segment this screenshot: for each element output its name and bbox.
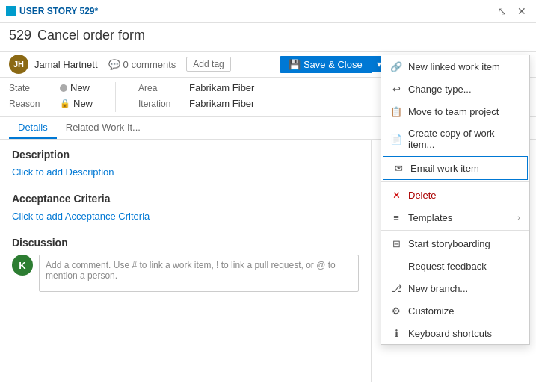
work-item-number: 529 [9, 28, 31, 43]
close-button[interactable]: ✕ [514, 3, 530, 19]
menu-item-change-type[interactable]: ↩Change type... [381, 78, 529, 100]
menu-item-copy[interactable]: 📄Create copy of work item... [381, 122, 529, 155]
description-placeholder[interactable]: Click to add Description [12, 167, 359, 178]
menu-arrow-templates: › [517, 213, 520, 222]
menu-item-templates[interactable]: ≡Templates› [381, 206, 529, 228]
menu-label-storyboard: Start storyboarding [408, 238, 520, 249]
tab-related-label: Related Work It... [66, 122, 141, 133]
menu-item-new-branch[interactable]: ⎇New branch... [381, 277, 529, 299]
area-label: Area [138, 83, 183, 93]
menu-icon-storyboard: ⊟ [390, 237, 402, 249]
left-panel: Description Click to add Description Acc… [0, 140, 372, 382]
comment-input[interactable]: Add a comment. Use # to link a work item… [39, 255, 359, 292]
reason-field-row: Reason 🔒 New [9, 98, 93, 109]
menu-icon-copy: 📄 [390, 133, 402, 145]
menu-icon-change-type: ↩ [390, 83, 402, 95]
comment-icon: 💬 [108, 59, 120, 70]
state-value-container[interactable]: New [60, 82, 90, 93]
menu-icon-delete: ✕ [390, 189, 402, 201]
menu-item-storyboard[interactable]: ⊟Start storyboarding [381, 232, 529, 255]
save-close-button[interactable]: 💾 Save & Close [280, 56, 372, 73]
work-item-title-row: 529 Cancel order form [9, 28, 527, 43]
state-value: New [70, 82, 90, 93]
collapse-button[interactable]: ⤡ [494, 3, 511, 19]
reason-value-container[interactable]: 🔒 New [60, 98, 93, 109]
state-field-row: State New [9, 82, 93, 93]
area-value[interactable]: Fabrikam Fiber [189, 82, 254, 93]
work-item-header: 529 Cancel order form [0, 23, 536, 52]
menu-label-new-branch: New branch... [408, 283, 520, 294]
tab-details[interactable]: Details [9, 117, 57, 139]
menu-label-keyboard-shortcuts: Keyboard shortcuts [408, 328, 520, 339]
menu-label-move-team: Move to team project [408, 106, 520, 117]
state-label: State [9, 83, 54, 93]
menu-label-request-feedback: Request feedback [408, 261, 520, 272]
save-icon: 💾 [289, 59, 301, 70]
menu-icon-move-team: 📋 [390, 105, 402, 117]
iteration-label: Iteration [138, 99, 183, 109]
user-name[interactable]: Jamal Hartnett [34, 59, 98, 70]
work-item-title[interactable]: Cancel order form [37, 28, 145, 43]
description-title: Description [12, 149, 359, 161]
save-close-label: Save & Close [304, 59, 363, 70]
comment-avatar: K [12, 255, 33, 276]
menu-icon-templates: ≡ [390, 211, 402, 223]
tab-related-work-items[interactable]: Related Work It... [57, 117, 150, 139]
menu-icon-request-feedback [390, 260, 402, 272]
field-divider [115, 82, 116, 112]
menu-icon-new-linked: 🔗 [390, 60, 402, 72]
iteration-value[interactable]: Fabrikam Fiber [189, 98, 254, 109]
menu-item-move-team[interactable]: 📋Move to team project [381, 100, 529, 122]
tab-details-label: Details [18, 122, 48, 133]
area-field-row: Area Fabrikam Fiber [138, 82, 254, 93]
menu-label-copy: Create copy of work item... [408, 128, 520, 150]
menu-item-request-feedback[interactable]: Request feedback [381, 255, 529, 277]
menu-icon-email: ✉ [392, 162, 404, 174]
reason-label: Reason [9, 99, 54, 109]
menu-label-templates: Templates [408, 212, 511, 223]
menu-icon-new-branch: ⎇ [390, 282, 402, 294]
add-tag-button[interactable]: Add tag [186, 57, 230, 72]
menu-label-email: Email work item [410, 163, 518, 174]
title-bar: USER STORY 529* ⤡ ✕ [0, 0, 536, 23]
title-bar-right: ⤡ ✕ [494, 3, 530, 19]
dropdown-menu: 🔗New linked work item↩Change type...📋Mov… [381, 55, 530, 345]
discussion-section: Discussion K Add a comment. Use # to lin… [12, 237, 359, 292]
menu-label-customize: Customize [408, 305, 520, 317]
menu-item-email[interactable]: ✉Email work item [383, 156, 528, 180]
menu-icon-customize: ⚙ [390, 305, 402, 317]
menu-icon-keyboard-shortcuts: ℹ [390, 327, 402, 339]
discussion-title: Discussion [12, 237, 359, 249]
state-field: State New Reason 🔒 New [9, 82, 93, 112]
menu-item-delete[interactable]: ✕Delete [381, 184, 529, 206]
menu-label-change-type: Change type... [408, 84, 520, 95]
title-bar-left: USER STORY 529* [6, 6, 98, 16]
acceptance-placeholder[interactable]: Click to add Acceptance Criteria [12, 211, 359, 222]
comments-count: 0 comments [123, 59, 176, 70]
lock-icon: 🔒 [60, 99, 70, 108]
menu-item-keyboard-shortcuts[interactable]: ℹKeyboard shortcuts [381, 322, 529, 344]
comment-placeholder: Add a comment. Use # to link a work item… [46, 260, 336, 281]
work-item-type-badge: USER STORY 529* [6, 6, 98, 16]
reason-value: New [73, 98, 93, 109]
comment-box: K Add a comment. Use # to link a work it… [12, 255, 359, 292]
menu-item-customize[interactable]: ⚙Customize [381, 299, 529, 322]
menu-label-delete: Delete [408, 190, 520, 201]
state-dot [60, 84, 67, 92]
area-iteration-fields: Area Fabrikam Fiber Iteration Fabrikam F… [138, 82, 254, 112]
menu-divider-2 [381, 230, 529, 231]
work-item-type-label: USER STORY 529* [19, 6, 98, 16]
menu-item-new-linked[interactable]: 🔗New linked work item [381, 55, 529, 78]
avatar: JH [9, 55, 28, 74]
menu-label-new-linked: New linked work item [408, 61, 520, 72]
iteration-field-row: Iteration Fabrikam Fiber [138, 98, 254, 109]
user-story-icon [6, 6, 16, 16]
comments-button[interactable]: 💬 0 comments [104, 57, 181, 72]
acceptance-title: Acceptance Criteria [12, 193, 359, 205]
menu-divider-1 [381, 181, 529, 182]
save-close-group: 💾 Save & Close ▾ [280, 56, 386, 73]
